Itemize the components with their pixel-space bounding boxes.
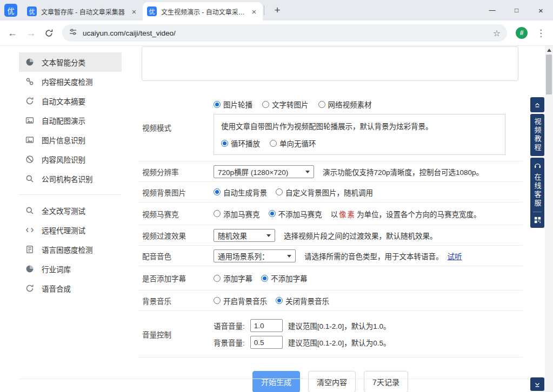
sidebar-item-label: 行业词库	[42, 263, 71, 274]
video-mode-description: 使用文章自带图片作为视频配图轮播展示，默认背景为炫彩背景。	[221, 120, 498, 131]
audition-link[interactable]: 试听	[448, 251, 462, 261]
voice-volume-input[interactable]	[250, 319, 283, 332]
tab-video-demo[interactable]: 优 文生视频演示 - 自动文章采集... ×	[143, 2, 263, 21]
sidebar-item-auto-illustration[interactable]: 自动配图演示	[19, 111, 122, 130]
bgm-volume-label: 背景音量:	[214, 337, 245, 348]
select-value: 通用场景系列：	[218, 251, 269, 261]
back-to-top-button[interactable]	[530, 97, 544, 112]
form-row-resolution: 视频分辨率 720p横屏 (1280×720) 演示功能仅支持720p清晰度，控…	[138, 161, 523, 182]
sidebar-item-label: 内容风险识别	[42, 154, 85, 165]
browser-toolbar: ← → ucaiyun.com/caiji/test_video/ ☆ # ⋮	[0, 21, 553, 46]
radio-add-subtitle[interactable]: 添加字幕	[214, 273, 252, 283]
voice-hint: 请选择所需的音色类型，用于文本转语音。	[304, 251, 443, 261]
sidebar-item-risk-detection[interactable]: 内容风险识别	[19, 150, 122, 169]
back-icon[interactable]: ←	[8, 28, 17, 38]
sidebar: 文本智能分类 内容相关度检测 自动文本摘要 自动配图演示 图片信息识别 内容风险…	[19, 52, 122, 298]
radio-no-loop[interactable]: 单向无循环	[270, 138, 316, 148]
radio-loop-play[interactable]: 循环播放	[221, 138, 260, 148]
sidebar-item-speech-synthesis[interactable]: 语音合成	[19, 279, 122, 298]
voice-timbre-select[interactable]: 通用场景系列：	[214, 249, 296, 262]
new-tab-button[interactable]: +	[270, 3, 285, 18]
radio-add-mosaic[interactable]: 添加马赛克	[214, 208, 260, 219]
scrollbar-thumb[interactable]	[546, 55, 552, 94]
prohibit-icon	[25, 155, 34, 164]
scroll-to-bottom-button[interactable]	[530, 377, 544, 391]
sidebar-item-text-classification[interactable]: 文本智能分类	[19, 52, 122, 72]
field-label-mosaic: 视频马赛克	[138, 208, 214, 219]
window-controls: — □ ×	[480, 0, 553, 21]
page-scrollbar[interactable]	[545, 46, 553, 392]
form-row-subtitle: 是否添加字幕 添加字幕 不添加字幕	[138, 266, 523, 290]
radio-enable-bgm[interactable]: 开启背景音乐	[214, 295, 267, 306]
video-tutorial-button[interactable]: 视频教程	[530, 114, 544, 156]
sidebar-item-image-recognition[interactable]: 图片信息识别	[19, 130, 122, 150]
sidebar-item-remote-proxy-test[interactable]: 远程代理测试	[19, 220, 122, 240]
field-label-resolution: 视频分辨率	[138, 166, 214, 177]
chevron-up-icon	[534, 101, 541, 109]
sidebar-item-org-name-recognition[interactable]: 公司机构名识别	[19, 169, 122, 188]
transition-select[interactable]: 随机效果	[214, 229, 275, 242]
browser-menu-icon[interactable]: ⋮	[536, 28, 545, 39]
resolution-select[interactable]: 720p横屏 (1280×720)	[214, 165, 314, 178]
url-text[interactable]: ucaiyun.com/caiji/test_video/	[83, 29, 176, 37]
article-text-area[interactable]	[142, 46, 518, 81]
seven-day-records-button[interactable]: 7天记录	[364, 371, 408, 392]
browser-window: 优 优 文章暂存库 - 自动文章采集器 × 优 文生视频演示 - 自动文章采集.…	[0, 0, 553, 392]
transition-hint: 选择视频片段之间的过渡效果，默认随机效果。	[284, 230, 437, 241]
sidebar-item-industry-lexicon[interactable]: 行业词库	[19, 259, 122, 279]
refresh-icon	[25, 97, 34, 105]
form-actions: 开始生成 清空内容 7天记录	[138, 357, 523, 392]
sidebar-item-label: 语言困惑度检测	[42, 244, 93, 255]
radio-text-to-image[interactable]: 文字转图片	[262, 99, 309, 110]
sidebar-item-label: 全文改写测试	[42, 205, 85, 216]
radio-no-subtitle[interactable]: 不添加字幕	[261, 273, 308, 283]
clear-content-button[interactable]: 清空内容	[308, 371, 356, 392]
chevron-down-icon	[266, 234, 271, 239]
reload-icon[interactable]	[44, 29, 54, 38]
mosaic-hint: 以像素为单位，设置各个方向的马赛克宽度。	[331, 208, 481, 219]
radio-web-video-material[interactable]: 网络视频素材	[318, 99, 372, 110]
radio-disable-bgm[interactable]: 关闭背景音乐	[276, 295, 329, 306]
sidebar-item-perplexity-check[interactable]: 语言困惑度检测	[19, 240, 122, 259]
sidebar-item-auto-summary[interactable]: 自动文本摘要	[19, 91, 122, 111]
form-row-transition: 视频过渡效果 随机效果 选择视频片段之间的过渡效果，默认随机效果。	[138, 225, 523, 246]
radio-image-carousel[interactable]: 图片轮播	[214, 99, 252, 110]
browser-app-icon[interactable]: 优	[4, 4, 17, 17]
select-value: 随机效果	[218, 230, 247, 241]
scrollbar-up-arrow[interactable]	[545, 46, 553, 53]
sidebar-item-relevance-check[interactable]: 内容相关度检测	[19, 72, 122, 91]
online-support-button[interactable]: 在线客服	[530, 158, 544, 228]
sidebar-item-label: 文本智能分类	[42, 57, 85, 67]
radio-label: 自动生成背景	[223, 187, 267, 198]
chevron-down-icon	[534, 381, 541, 388]
radio-custom-background[interactable]: 自定义背景图片，随机调用	[276, 187, 373, 198]
image-icon	[25, 116, 34, 125]
maximize-button[interactable]: □	[504, 0, 529, 21]
start-generate-button[interactable]: 开始生成	[252, 371, 300, 392]
minimize-button[interactable]: —	[480, 0, 504, 21]
field-label-subtitle: 是否添加字幕	[138, 273, 214, 283]
radio-no-mosaic[interactable]: 不添加马赛克	[269, 208, 322, 219]
tab-close-icon[interactable]: ×	[130, 7, 138, 16]
voice-volume-label: 语音音量:	[214, 320, 245, 331]
site-settings-icon[interactable]	[69, 28, 77, 38]
form-row-background-image: 视频背景图片 自动生成背景 自定义背景图片，随机调用	[138, 182, 523, 202]
extension-icon[interactable]: #	[516, 27, 528, 39]
field-label-video-mode: 视频模式	[138, 122, 214, 133]
close-window-button[interactable]: ×	[529, 0, 553, 21]
form-row-background-music: 背景音乐 开启背景音乐 关闭背景音乐	[138, 290, 523, 311]
qr-code-icon	[534, 216, 542, 224]
tab-close-icon[interactable]: ×	[250, 7, 258, 16]
sidebar-item-rewrite-test[interactable]: 全文改写测试	[19, 201, 122, 220]
tab-article-storage[interactable]: 优 文章暂存库 - 自动文章采集器 ×	[23, 2, 143, 21]
bgm-volume-input[interactable]	[250, 336, 283, 349]
radio-checked-icon	[261, 275, 268, 282]
field-label-volume: 音量控制	[138, 329, 214, 340]
chevron-down-icon	[287, 255, 291, 260]
radio-auto-background[interactable]: 自动生成背景	[214, 187, 267, 198]
radio-label: 网络视频素材	[328, 99, 372, 110]
bookmark-star-icon[interactable]: ☆	[493, 28, 501, 38]
tab-favicon-icon: 优	[27, 6, 37, 16]
forward-icon[interactable]: →	[26, 28, 36, 38]
address-bar[interactable]: ucaiyun.com/caiji/test_video/ ☆	[62, 24, 507, 42]
